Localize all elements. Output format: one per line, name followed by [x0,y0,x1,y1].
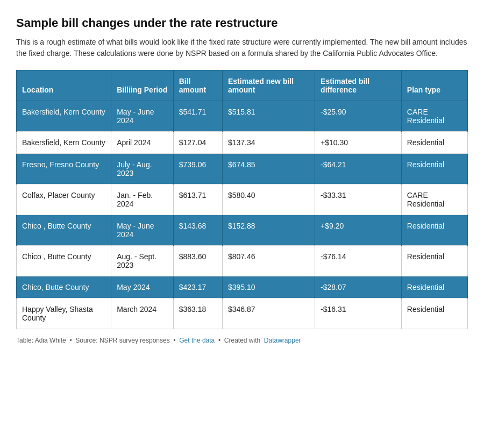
cell-plan: CARE Residential [401,101,467,132]
cell-bill: $423.17 [173,276,222,298]
cell-plan: Residential [401,298,467,329]
datawrapper-link[interactable]: Datawrapper [264,337,301,344]
table-row: Happy Valley, Shasta CountyMarch 2024$36… [17,298,468,329]
cell-period: March 2024 [111,298,173,329]
table-row: Chico , Butte CountyMay - June 2024$143.… [17,215,468,246]
cell-bill: $883.60 [173,246,222,276]
col-header-billing-period: Billiing Period [111,70,173,101]
cell-new-bill: $807.46 [222,246,315,276]
cell-plan: Residential [401,215,467,246]
col-header-location: Location [17,70,111,101]
cell-location: Bakersfield, Kern County [17,101,111,132]
col-header-plan-type: Plan type [401,70,467,101]
footer: Table: Adia White • Source: NSPR survey … [16,337,468,344]
cell-difference: -$25.90 [315,101,402,132]
cell-period: May - June 2024 [111,215,173,246]
cell-difference: -$76.14 [315,246,402,276]
cell-location: Chico, Butte County [17,276,111,298]
source-label: Source: NSPR survey responses [75,337,169,344]
page-title: Sample bill changes under the rate restr… [16,16,468,30]
cell-location: Happy Valley, Shasta County [17,298,111,329]
cell-location: Bakersfield, Kern County [17,132,111,154]
cell-plan: Residential [401,276,467,298]
table-row: Chico , Butte CountyAug. - Sept. 2023$88… [17,246,468,276]
cell-period: Jan. - Feb. 2024 [111,184,173,215]
cell-difference: +$9.20 [315,215,402,246]
cell-difference: -$28.07 [315,276,402,298]
cell-new-bill: $515.81 [222,101,315,132]
cell-period: April 2024 [111,132,173,154]
cell-location: Chico , Butte County [17,246,111,276]
cell-bill: $363.18 [173,298,222,329]
cell-bill: $541.71 [173,101,222,132]
description-text: This is a rough estimate of what bills w… [16,37,468,59]
cell-new-bill: $346.87 [222,298,315,329]
cell-plan: CARE Residential [401,184,467,215]
cell-period: Aug. - Sept. 2023 [111,246,173,276]
cell-plan: Residential [401,246,467,276]
table-row: Fresno, Fresno CountyJuly - Aug. 2023$73… [17,154,468,184]
cell-bill: $613.71 [173,184,222,215]
col-header-estimated-difference: Estimated bill difference [315,70,402,101]
cell-bill: $143.68 [173,215,222,246]
cell-period: May - June 2024 [111,101,173,132]
col-header-estimated-new-bill: Estimated new bill amount [222,70,315,101]
table-row: Chico, Butte CountyMay 2024$423.17$395.1… [17,276,468,298]
table-row: Bakersfield, Kern CountyMay - June 2024$… [17,101,468,132]
cell-new-bill: $674.85 [222,154,315,184]
cell-location: Chico , Butte County [17,215,111,246]
table-row: Colfax, Placer CountyJan. - Feb. 2024$61… [17,184,468,215]
get-data-link[interactable]: Get the data [179,337,215,344]
table-header-row: Location Billiing Period Bill amount Est… [17,70,468,101]
cell-difference: -$16.31 [315,298,402,329]
cell-new-bill: $137.34 [222,132,315,154]
bill-changes-table: Location Billiing Period Bill amount Est… [16,70,468,329]
cell-new-bill: $395.10 [222,276,315,298]
cell-period: May 2024 [111,276,173,298]
cell-new-bill: $152.88 [222,215,315,246]
cell-difference: -$33.31 [315,184,402,215]
cell-difference: -$64.21 [315,154,402,184]
table-credit: Table: Adia White [16,337,66,344]
cell-period: July - Aug. 2023 [111,154,173,184]
cell-bill: $127.04 [173,132,222,154]
created-label: Created with [224,337,260,344]
cell-plan: Residential [401,132,467,154]
cell-new-bill: $580.40 [222,184,315,215]
table-row: Bakersfield, Kern CountyApril 2024$127.0… [17,132,468,154]
cell-location: Fresno, Fresno County [17,154,111,184]
cell-difference: +$10.30 [315,132,402,154]
cell-plan: Residential [401,154,467,184]
cell-location: Colfax, Placer County [17,184,111,215]
cell-bill: $739.06 [173,154,222,184]
col-header-bill-amount: Bill amount [173,70,222,101]
